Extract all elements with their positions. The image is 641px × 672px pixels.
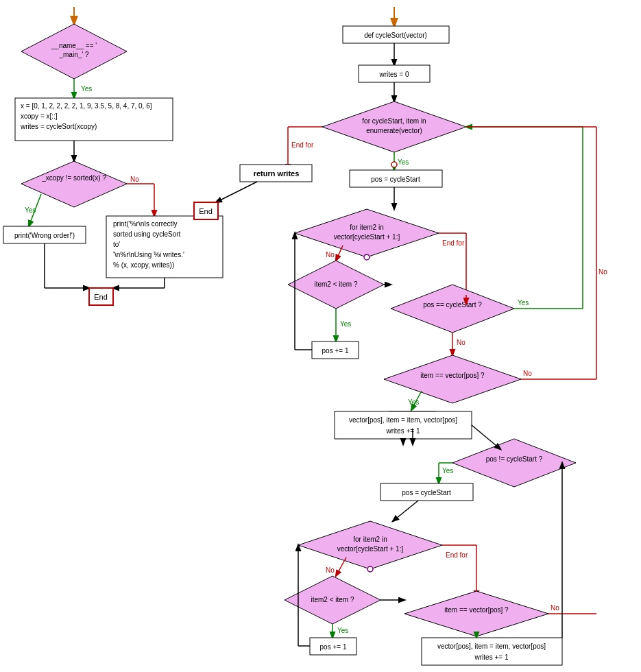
for-cyclestart-l2: enumerate(vector) [366,127,422,134]
box-init-line1: x = [0, 1, 2, 2, 2, 2, 1, 9, 3.5, 5, 8, … [21,102,152,110]
svg-rect-55 [335,411,472,439]
cond-pos-ne-cs: pos != cycleStart ? [486,455,543,463]
box-pos-inc3: pos += 1 [320,643,347,651]
end-for-1: End for [291,141,314,149]
no-item-eq-vpos-2: No [551,604,559,612]
for-item2-l1: for item2 in [350,224,383,231]
yes-item-eq-vpos: Yes [408,398,419,406]
box-writes0: writes = 0 [378,71,409,78]
box-swap-l1: vector[pos], item = item, vector[pos] [349,416,457,424]
no-pos-eq-cs: No [457,339,465,346]
cond-item2-lt-2: item2 < item ? [311,596,354,603]
for-item2-2-l1: for item2 in [353,536,387,543]
box-correct-l5: % (x, xcopy, writes)) [113,261,174,269]
svg-point-65 [367,566,373,572]
return-writes: return writes [254,169,300,178]
for-cyclestart-l1: for cycleStart, item in [362,117,426,125]
end-cyclesort-label: End [199,207,213,215]
box-init-line2: xcopy = x[::] [21,112,58,120]
no-label-sorted: No [130,176,139,183]
svg-line-66 [336,557,346,576]
no-right-label: No [598,268,607,276]
cond-item-eq-vpos-2: item == vector[pos] ? [444,606,509,614]
box-correct-l2: sorted using cycleSort [113,230,181,238]
end-main-label: End [94,293,108,301]
for-item2-2-l2: vector[cycleStart + 1:] [337,545,404,553]
svg-point-32 [364,254,370,260]
svg-marker-41 [391,285,514,333]
yes-pos-eq-cs: Yes [518,299,529,307]
cond-main-label: __name__ == ' [51,42,97,49]
for-item2-l2: vector[cycleStart + 1:] [334,233,400,241]
box-correct-l4: '\n%r\nUsing %i writes.' [113,251,184,259]
svg-marker-74 [404,591,548,636]
cond-main-label2: _main_' ? [58,51,88,58]
no-for-item2-2: No [326,566,335,574]
svg-line-25 [216,182,257,202]
box-init-line3: writes = cycleSort(xcopy) [20,123,97,130]
yes-label-sorted: Yes [25,206,36,214]
box-wrong: print('Wrong order!') [14,232,75,239]
box-swap2-l1: vector[pos], item = item, vector[pos] [437,643,546,650]
svg-marker-58 [452,439,576,487]
end-for-3: End for [446,551,468,559]
yes-item2-lt-2: Yes [337,627,348,634]
box-correct-l3: to' [113,241,120,248]
def-cyclesort: def cycleSort(vector) [364,32,427,39]
no-for2: No [326,251,335,259]
box-swap-l2: writes += 1 [386,427,420,435]
svg-line-59 [472,425,500,449]
svg-rect-77 [422,638,562,665]
yes-label-1: Yes [81,85,92,93]
yes-pos-ne-cs: Yes [442,467,453,475]
flowchart: __name__ == ' _main_' ? Yes x = [0, 1, 2… [0,0,641,672]
end-for-2: End for [442,239,465,247]
cond-pos-eq-cs: pos == cycleStart ? [423,301,482,309]
svg-line-63 [393,501,418,521]
svg-marker-5 [21,161,127,207]
cond-sorted-label: _xcopy != sorted(x) ? [41,174,106,182]
box-pos-inc1: pos += 1 [322,347,349,355]
no-item-eq-vpos: No [523,370,532,377]
cond-item-eq-vpos: item == vector[pos] ? [420,372,485,379]
yes-item2-lt: Yes [340,320,351,328]
box-pos-cs1: pos = cycleStart [371,176,420,183]
box-correct-l1: print('%r\nIs correctly [113,220,178,228]
cond-item2-lt: item2 < item ? [314,280,358,288]
svg-point-28 [391,162,397,167]
box-swap2-l2: writes += 1 [474,653,509,661]
svg-marker-48 [384,355,521,403]
box-pos-cs2: pos = cycleStart [402,489,451,496]
yes-for1: Yes [398,158,409,166]
